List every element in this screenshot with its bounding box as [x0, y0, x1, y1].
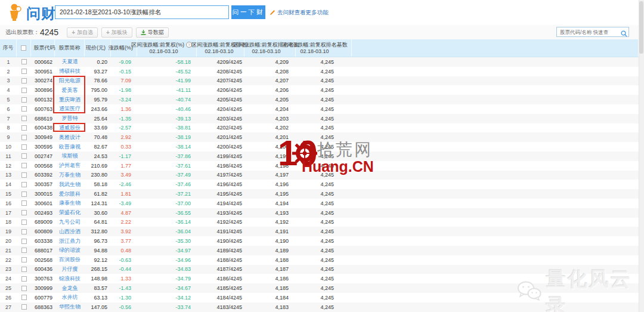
cell-rank: 4206/4245 — [197, 87, 244, 93]
row-checkbox[interactable] — [21, 239, 27, 244]
row-checkbox[interactable] — [21, 153, 27, 159]
stock-name-link[interactable]: 爱美客 — [62, 87, 78, 93]
cell-price: 70.48 — [85, 134, 111, 140]
add-block-button[interactable]: + 加板块 — [101, 27, 132, 38]
row-checkbox[interactable] — [21, 267, 27, 272]
stock-name-link[interactable]: 片仔癀 — [62, 266, 78, 272]
iwencai-logo[interactable]: 问财 — [8, 3, 56, 24]
stock-name-link[interactable]: 重庆啤酒 — [59, 97, 80, 103]
cell-index: 4 — [0, 87, 17, 93]
row-checkbox[interactable] — [21, 163, 27, 168]
row-checkbox[interactable] — [21, 116, 27, 121]
cell-range-change: -38.14 — [137, 144, 197, 150]
ask-wencai-button[interactable]: 问一下财 — [231, 5, 265, 19]
row-checkbox[interactable] — [21, 125, 27, 131]
stock-name-link[interactable]: 山西汾酒 — [59, 228, 80, 234]
row-checkbox[interactable] — [21, 200, 27, 206]
row-checkbox[interactable] — [21, 304, 27, 310]
cell-price: 96.73 — [85, 238, 111, 244]
stock-name-link[interactable]: 埃斯顿 — [62, 153, 78, 159]
column-header-6[interactable]: 区间涨跌幅:前复权(%)?↑02.18-03.10 — [137, 39, 197, 57]
stock-name-link[interactable]: 金龙鱼 — [62, 285, 78, 291]
stock-name-link[interactable]: 锦浪科技 — [59, 276, 80, 282]
search-icon[interactable] — [621, 29, 627, 35]
add-watchlist-button[interactable]: + 加自选 — [67, 27, 98, 38]
row-checkbox[interactable] — [21, 78, 27, 84]
cell-stock-code: 300951 — [31, 69, 55, 75]
row-checkbox[interactable] — [21, 229, 27, 234]
stock-name-link[interactable]: 罗普特 — [62, 115, 78, 121]
stock-name-link[interactable]: 通威股份 — [59, 125, 80, 131]
table-row: 5600132重庆啤酒95.79-3.24-40.744205/42454,20… — [0, 95, 639, 104]
cell-range-change: -37.21 — [137, 191, 197, 197]
row-checkbox[interactable] — [21, 172, 27, 178]
more-features-link[interactable]: 去问财查看更多功能 — [270, 9, 329, 17]
cell-rank-number: 4,186 — [244, 276, 296, 282]
row-checkbox[interactable] — [21, 106, 27, 112]
column-header-9[interactable]: 区间涨跌幅:前复权排名基数02.18-03.10 — [296, 39, 352, 57]
row-checkbox[interactable] — [21, 59, 27, 64]
cell-stock-name: 奥雅设计 — [55, 134, 85, 141]
cell-rank-base: 4,245 — [296, 266, 352, 272]
row-checkbox[interactable] — [21, 286, 27, 291]
stock-name-link[interactable]: 泸州老窖 — [59, 162, 80, 168]
stock-name-link[interactable]: 奥雅设计 — [59, 134, 80, 140]
row-checkbox[interactable] — [21, 220, 27, 225]
cell-price: 93.27 — [85, 69, 111, 75]
row-checkbox[interactable] — [21, 135, 27, 140]
scrollbar-thumb[interactable] — [639, 1, 643, 54]
column-header-2[interactable]: 股票代码 — [31, 39, 55, 57]
table-row: 11002747埃斯顿24.53-1.17-37.864199/42454,19… — [0, 152, 639, 161]
stock-name-link[interactable]: 荣盛石化 — [59, 209, 80, 215]
export-data-button[interactable]: 导数据 — [136, 27, 169, 38]
stock-name-link[interactable]: 华熙生物 — [59, 304, 80, 310]
stock-name-link[interactable]: 绿的谐波 — [59, 247, 80, 253]
cell-rank-number: 4,193 — [244, 210, 296, 216]
row-checkbox[interactable] — [21, 182, 27, 187]
row-checkbox[interactable] — [21, 210, 27, 215]
row-checkbox[interactable] — [21, 144, 27, 150]
stock-name-link[interactable]: 康泰生物 — [59, 200, 80, 206]
stock-name-link[interactable]: 我武生物 — [59, 181, 80, 187]
query-input[interactable] — [55, 5, 229, 19]
cell-change-pct: -0.63 — [111, 257, 137, 263]
column-header-0[interactable]: 序号 — [0, 39, 17, 57]
stock-name-link[interactable]: 万泰生物 — [59, 172, 80, 178]
stock-name-link[interactable]: 阳光电源 — [59, 78, 80, 84]
cell-index: 19 — [0, 228, 17, 234]
quick-search-input[interactable] — [556, 27, 629, 37]
stock-name-link[interactable]: 天夏退 — [62, 58, 78, 64]
cell-stock-code: 689009 — [31, 219, 55, 225]
stock-name-link[interactable]: 浙江鼎力 — [59, 238, 80, 244]
selected-count-value: 4245 — [40, 27, 58, 37]
column-header-3[interactable]: 股票简称 — [55, 39, 85, 57]
stock-name-link[interactable]: 博硕科技 — [59, 68, 80, 74]
row-checkbox[interactable] — [21, 248, 27, 253]
row-checkbox[interactable] — [21, 97, 27, 103]
cell-index: 13 — [0, 172, 17, 178]
cell-change-pct: -1.98 — [111, 87, 137, 93]
cell-range-change: -38.81 — [137, 125, 197, 131]
cell-checkbox — [17, 78, 31, 84]
row-checkbox[interactable] — [21, 295, 27, 300]
row-checkbox[interactable] — [21, 276, 27, 282]
stock-name-link[interactable]: 通策医疗 — [59, 106, 80, 112]
row-checkbox[interactable] — [21, 191, 27, 197]
cell-change-pct: 0.33 — [111, 144, 137, 150]
vertical-scrollbar[interactable] — [639, 0, 644, 312]
cell-price: 147.05 — [85, 304, 111, 310]
cell-range-change: -37.46 — [137, 181, 197, 187]
row-checkbox[interactable] — [21, 257, 27, 262]
row-checkbox[interactable] — [21, 88, 27, 93]
row-checkbox[interactable] — [21, 69, 27, 74]
column-header-1[interactable] — [17, 39, 31, 57]
column-header-4[interactable]: 现价(元) — [85, 39, 111, 57]
cell-price: 82.67 — [85, 144, 111, 150]
stock-name-link[interactable]: 百润股份 — [59, 257, 80, 262]
stock-name-link[interactable]: 欧普康视 — [59, 144, 80, 150]
stock-name-link[interactable]: 水井坊 — [62, 294, 78, 300]
cell-change-pct: 2.92 — [111, 134, 137, 140]
stock-name-link[interactable]: 爱尔眼科 — [59, 191, 80, 197]
stock-name-link[interactable]: 九号公司 — [59, 219, 80, 225]
select-all-checkbox[interactable] — [21, 45, 26, 51]
